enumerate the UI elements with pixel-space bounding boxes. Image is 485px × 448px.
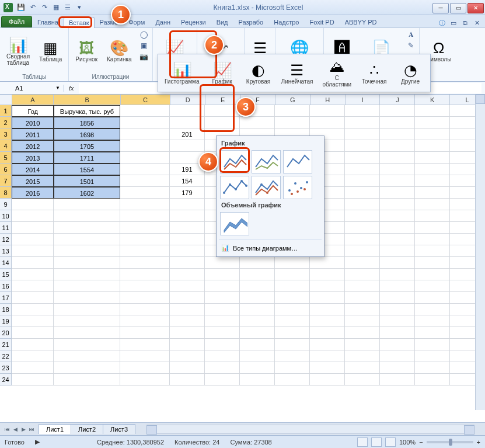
cell[interactable] <box>380 187 415 199</box>
row-header[interactable]: 4 <box>0 140 12 152</box>
column-header[interactable]: J <box>380 95 415 105</box>
cell[interactable]: 2010 <box>12 117 54 129</box>
cell[interactable] <box>205 339 240 350</box>
cell[interactable] <box>240 269 275 280</box>
sheet-tab-2[interactable]: Лист2 <box>71 424 103 434</box>
cell[interactable] <box>415 222 450 234</box>
cell[interactable] <box>54 362 120 374</box>
all-chart-types[interactable]: 📊 Все типы диаграмм… <box>219 242 322 254</box>
cell[interactable] <box>205 280 240 292</box>
cell[interactable] <box>415 292 450 304</box>
undo-icon[interactable]: ↶ <box>28 3 37 12</box>
row-header[interactable]: 22 <box>0 350 12 362</box>
cell[interactable] <box>415 164 450 175</box>
cell[interactable] <box>380 199 415 210</box>
cell[interactable] <box>415 187 450 199</box>
cell[interactable] <box>12 234 54 245</box>
cell[interactable] <box>205 362 240 374</box>
cell[interactable]: 2014 <box>12 164 54 175</box>
cell[interactable] <box>170 140 205 152</box>
cell[interactable] <box>275 257 310 269</box>
cell[interactable] <box>275 117 310 129</box>
cell[interactable] <box>380 315 415 327</box>
cell[interactable] <box>275 350 310 362</box>
close-doc-icon[interactable]: ✕ <box>472 18 481 27</box>
cell[interactable] <box>310 339 345 350</box>
cell[interactable] <box>205 117 240 129</box>
cell[interactable] <box>345 129 380 140</box>
tab-home[interactable]: Главна <box>32 16 64 27</box>
cell[interactable] <box>380 164 415 175</box>
cell[interactable] <box>240 117 275 129</box>
cell[interactable]: 2016 <box>12 187 54 199</box>
cell[interactable] <box>275 304 310 315</box>
normal-view-icon[interactable] <box>357 437 368 447</box>
qat-icon[interactable]: ☰ <box>63 3 72 12</box>
cell[interactable] <box>54 374 120 386</box>
cell[interactable] <box>310 315 345 327</box>
cell[interactable] <box>380 257 415 269</box>
cell[interactable] <box>120 374 170 386</box>
screenshot-icon[interactable]: 📷 <box>138 51 150 62</box>
macro-icon[interactable]: ▶ <box>35 438 40 446</box>
cell[interactable] <box>170 280 205 292</box>
cell[interactable] <box>205 105 240 117</box>
row-header[interactable]: 15 <box>0 269 12 280</box>
cell[interactable] <box>380 339 415 350</box>
tab-foxit[interactable]: Foxit PD <box>304 16 339 27</box>
row-header[interactable]: 20 <box>0 327 12 339</box>
cell[interactable] <box>12 339 54 350</box>
pie-chart-button[interactable]: ◐Круговая <box>241 57 276 89</box>
cell[interactable] <box>415 175 450 187</box>
cell[interactable] <box>415 327 450 339</box>
clipart-button[interactable]: 🎨Картинка <box>103 29 136 73</box>
help-icon[interactable]: ⓘ <box>437 18 446 27</box>
cell[interactable] <box>415 280 450 292</box>
name-box-input[interactable] <box>15 85 50 92</box>
row-header[interactable]: 24 <box>0 374 12 386</box>
cell[interactable] <box>205 327 240 339</box>
cell[interactable] <box>415 152 450 164</box>
cell[interactable] <box>205 269 240 280</box>
cell[interactable] <box>170 245 205 257</box>
cell[interactable] <box>120 304 170 315</box>
cell[interactable] <box>54 269 120 280</box>
cell[interactable] <box>345 140 380 152</box>
cell[interactable] <box>380 175 415 187</box>
row-header[interactable]: 17 <box>0 292 12 304</box>
cell[interactable] <box>275 269 310 280</box>
cell[interactable] <box>240 304 275 315</box>
column-header[interactable]: H <box>310 95 346 105</box>
cell[interactable] <box>12 210 54 222</box>
smartart-icon[interactable]: ▣ <box>138 40 150 51</box>
tab-addins[interactable]: Надстро <box>268 16 304 27</box>
row-header[interactable]: 5 <box>0 152 12 164</box>
shapes-icon[interactable]: ◯ <box>138 29 150 40</box>
cell[interactable] <box>12 374 54 386</box>
cell[interactable] <box>170 304 205 315</box>
row-header[interactable]: 7 <box>0 175 12 187</box>
cell[interactable] <box>345 292 380 304</box>
cell[interactable] <box>120 315 170 327</box>
cell[interactable] <box>310 350 345 362</box>
cell[interactable] <box>240 374 275 386</box>
cell[interactable] <box>380 105 415 117</box>
cell[interactable] <box>12 199 54 210</box>
maximize-button[interactable]: ▭ <box>450 3 466 13</box>
cell[interactable]: 1554 <box>54 164 120 175</box>
cell[interactable] <box>12 280 54 292</box>
cell[interactable] <box>120 199 170 210</box>
cell[interactable] <box>205 304 240 315</box>
cell[interactable] <box>345 175 380 187</box>
zoom-slider[interactable] <box>427 441 473 443</box>
cell[interactable] <box>310 257 345 269</box>
wordart-icon[interactable]: 𝐀 <box>405 29 417 40</box>
last-sheet-icon[interactable]: ⏭ <box>28 426 35 432</box>
tab-review[interactable]: Рецензи <box>176 16 211 27</box>
cell[interactable]: 2011 <box>12 129 54 140</box>
cell[interactable]: 1698 <box>54 129 120 140</box>
column-header[interactable]: D <box>170 95 205 105</box>
cell[interactable] <box>380 140 415 152</box>
cell[interactable] <box>170 350 205 362</box>
line-chart-button[interactable]: 📈График <box>205 57 240 89</box>
